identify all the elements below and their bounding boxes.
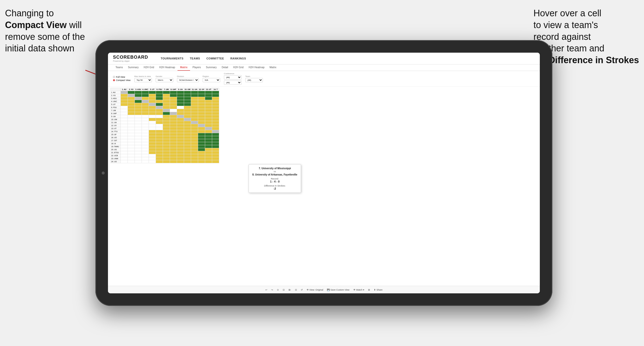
matrix-cell[interactable] — [121, 121, 128, 124]
matrix-cell[interactable] — [163, 124, 170, 127]
matrix-cell[interactable] — [198, 124, 205, 127]
matrix-cell[interactable] — [205, 94, 212, 97]
matrix-cell[interactable] — [142, 136, 149, 139]
matrix-cell[interactable] — [156, 139, 163, 142]
tool1[interactable]: ⊙ — [277, 289, 279, 291]
matrix-cell[interactable] — [212, 103, 219, 106]
matrix-cell[interactable] — [205, 124, 212, 127]
matrix-cell[interactable] — [184, 97, 191, 100]
matrix-cell[interactable] — [156, 154, 163, 157]
matrix-cell[interactable] — [142, 139, 149, 142]
matrix-cell[interactable] — [163, 100, 170, 103]
matrix-cell[interactable] — [177, 154, 184, 157]
matrix-cell[interactable] — [149, 94, 156, 97]
matrix-cell[interactable] — [177, 124, 184, 127]
matrix-cell[interactable] — [212, 154, 219, 157]
matrix-cell[interactable] — [156, 127, 163, 130]
matrix-cell[interactable] — [128, 136, 135, 139]
compact-view-radio[interactable] — [113, 79, 115, 81]
matrix-cell[interactable] — [163, 127, 170, 130]
matrix-cell[interactable] — [177, 97, 184, 100]
matrix-cell[interactable] — [184, 127, 191, 130]
matrix-cell[interactable] — [184, 103, 191, 106]
tab-h2h-heatmap[interactable]: H2H Heatmap — [157, 64, 178, 71]
matrix-cell[interactable] — [198, 145, 205, 148]
matrix-cell[interactable] — [198, 109, 205, 112]
matrix-cell[interactable] — [177, 136, 184, 139]
matrix-cell[interactable] — [163, 91, 170, 94]
matrix-cell[interactable] — [163, 133, 170, 136]
matrix-cell[interactable] — [170, 136, 177, 139]
matrix-cell[interactable] — [170, 145, 177, 148]
matrix-cell[interactable] — [205, 91, 212, 94]
matrix-cell[interactable] — [128, 160, 135, 163]
matrix-cell[interactable] — [135, 157, 142, 160]
matrix-cell[interactable] — [177, 100, 184, 103]
matrix-cell[interactable] — [212, 91, 219, 94]
matrix-cell[interactable] — [142, 100, 149, 103]
matrix-cell[interactable] — [135, 103, 142, 106]
matrix-cell[interactable] — [149, 154, 156, 157]
matrix-cell[interactable] — [128, 151, 135, 154]
watch-button[interactable]: 👁 Watch ▾ — [353, 289, 364, 291]
matrix-cell[interactable] — [156, 121, 163, 124]
matrix-cell[interactable] — [184, 121, 191, 124]
matrix-cell[interactable] — [121, 115, 128, 118]
matrix-cell[interactable] — [177, 94, 184, 97]
matrix-cell[interactable] — [198, 151, 205, 154]
matrix-cell[interactable] — [170, 142, 177, 145]
matrix-cell[interactable] — [177, 145, 184, 148]
matrix-cell[interactable] — [177, 157, 184, 160]
matrix-cell[interactable] — [198, 115, 205, 118]
matrix-cell[interactable] — [128, 97, 135, 100]
matrix-cell[interactable] — [184, 115, 191, 118]
matrix-cell[interactable] — [177, 121, 184, 124]
matrix-cell[interactable] — [163, 136, 170, 139]
matrix-cell[interactable] — [163, 115, 170, 118]
matrix-cell[interactable] — [142, 115, 149, 118]
matrix-cell[interactable] — [184, 139, 191, 142]
matrix-cell[interactable] — [170, 103, 177, 106]
matrix-cell[interactable] — [170, 124, 177, 127]
matrix-cell[interactable] — [198, 118, 205, 121]
matrix-cell[interactable] — [135, 160, 142, 163]
redo-button[interactable]: ↪ — [271, 289, 273, 291]
matrix-cell[interactable] — [128, 142, 135, 145]
matrix-cell[interactable] — [142, 106, 149, 109]
matrix-cell[interactable] — [163, 130, 170, 133]
matrix-cell[interactable] — [170, 109, 177, 112]
matrix-cell[interactable] — [177, 106, 184, 109]
matrix-cell[interactable] — [205, 106, 212, 109]
matrix-cell[interactable] — [212, 157, 219, 160]
matrix-cell[interactable] — [205, 115, 212, 118]
matrix-cell[interactable] — [205, 136, 212, 139]
matrix-cell[interactable] — [156, 130, 163, 133]
matrix-cell[interactable] — [121, 94, 128, 97]
matrix-cell[interactable] — [191, 127, 198, 130]
matrix-cell[interactable] — [177, 151, 184, 154]
matrix-cell[interactable] — [149, 103, 156, 106]
matrix-cell[interactable] — [170, 115, 177, 118]
matrix-cell[interactable] — [212, 145, 219, 148]
share-button[interactable]: ⬆ Share — [374, 289, 383, 291]
matrix-cell[interactable] — [205, 97, 212, 100]
matrix-cell[interactable] — [177, 160, 184, 163]
matrix-cell[interactable] — [191, 94, 198, 97]
matrix-cell[interactable] — [163, 139, 170, 142]
grid-button[interactable]: ⊞ — [368, 289, 370, 291]
matrix-cell[interactable] — [198, 154, 205, 157]
matrix-cell[interactable] — [163, 94, 170, 97]
matrix-cell[interactable] — [121, 148, 128, 151]
matrix-cell[interactable] — [198, 112, 205, 115]
matrix-cell[interactable] — [184, 109, 191, 112]
tab-detail[interactable]: Detail — [219, 64, 231, 71]
matrix-cell[interactable] — [149, 91, 156, 94]
matrix-cell[interactable] — [205, 100, 212, 103]
matrix-cell[interactable] — [212, 106, 219, 109]
matrix-cell[interactable] — [205, 112, 212, 115]
tab-summary[interactable]: Summary — [125, 64, 141, 71]
matrix-cell[interactable] — [212, 127, 219, 130]
matrix-cell[interactable] — [135, 133, 142, 136]
matrix-cell[interactable] — [191, 106, 198, 109]
matrix-cell[interactable] — [177, 130, 184, 133]
